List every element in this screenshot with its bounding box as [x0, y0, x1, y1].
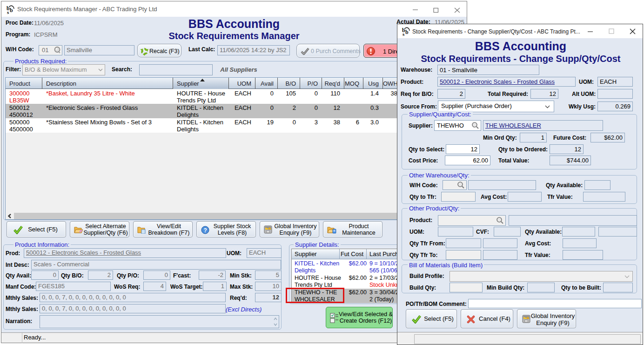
svg-text:s: s [7, 9, 9, 14]
svg-text:b: b [405, 29, 409, 35]
svg-text:?: ? [204, 227, 207, 234]
svg-text:b: b [10, 7, 13, 14]
svg-text:s: s [402, 31, 405, 36]
